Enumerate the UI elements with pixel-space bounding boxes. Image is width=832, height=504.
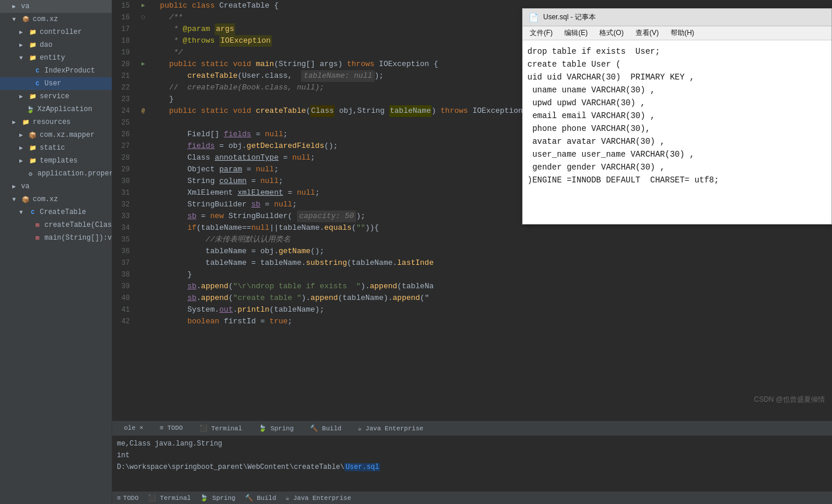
- gc-27: [138, 140, 149, 152]
- ln-24: 24: [112, 105, 133, 117]
- console-tab-todo[interactable]: ≡ TODO: [153, 423, 190, 434]
- sidebar-label-appprops: application.properties: [37, 170, 112, 178]
- np-line-4: uname uname VARCHAR(30) ,: [527, 84, 827, 96]
- console-tab-problems[interactable]: ole ×: [117, 423, 150, 434]
- console-tab-terminal[interactable]: ⬛ Terminal: [192, 423, 249, 434]
- arrow-icon: ▼: [9, 15, 19, 24]
- np-line-8: avatar avatar VARCHAR(30) ,: [527, 135, 827, 148]
- menu-edit[interactable]: 编辑(E): [562, 27, 590, 39]
- sidebar-item-dao[interactable]: ▶ 📁 dao: [0, 39, 112, 51]
- gc-20: ▶: [138, 58, 149, 70]
- gc-36: [138, 246, 149, 257]
- gc-24: @: [138, 105, 149, 117]
- code-line-37: tableName = tableName.substring(tableNam…: [151, 257, 832, 269]
- java-spring-icon: 🍃: [26, 105, 35, 114]
- sidebar-item-createtableclas[interactable]: m createTable(Clas: [0, 219, 112, 232]
- sidebar-item-va2[interactable]: ▶ va: [0, 180, 112, 193]
- arrow-icon: ▼: [16, 208, 26, 217]
- editor-area: 15 16 17 18 19 20 21 22 23 24 25 26 27 2…: [112, 0, 832, 421]
- main-area: ▶ va ▼ 📦 com.xz ▶ 📁 controller ▶ 📁 dao ▼…: [0, 0, 832, 504]
- ln-28: 28: [112, 152, 133, 164]
- ln-18: 18: [112, 35, 133, 47]
- code-line-40: sb.append("create table ").append(tableN…: [151, 292, 832, 304]
- ln-29: 29: [112, 164, 133, 175]
- spacer: [23, 233, 30, 243]
- arrow-icon: ▶: [16, 143, 26, 153]
- np-line-7: phone phone VARCHAR(30),: [527, 122, 827, 135]
- console-line-3: D:\workspace\springboot_parent\WebConten…: [117, 461, 827, 473]
- code-line-39: sb.append("\r\ndrop table if exists ").a…: [151, 281, 832, 292]
- folder-icon: 📁: [28, 27, 37, 37]
- sidebar-item-indexproduct[interactable]: C IndexProduct: [0, 64, 112, 77]
- sidebar-item-service[interactable]: ▶ 📁 service: [0, 90, 112, 103]
- sidebar-label-dao: dao: [40, 41, 53, 49]
- ln-31: 31: [112, 187, 133, 199]
- arrow-icon: ▼: [16, 53, 26, 63]
- props-icon: ⚙: [26, 169, 35, 178]
- arrow-icon: ▶: [16, 27, 26, 37]
- notepad-content[interactable]: drop table if exists User; create table …: [523, 40, 831, 224]
- status-javaee[interactable]: ☕ Java Enterprise: [285, 494, 351, 502]
- menu-help[interactable]: 帮助(H): [668, 27, 697, 39]
- sidebar-item-resources[interactable]: ▶ 📁 resources: [0, 116, 112, 129]
- sidebar-item-controller[interactable]: ▶ 📁 controller: [0, 26, 112, 39]
- package-icon: 📦: [21, 15, 30, 24]
- gc-26: [138, 129, 149, 140]
- sidebar-item-entity[interactable]: ▼ 📁 entity: [0, 51, 112, 64]
- np-line-9: user_name user_name VARCHAR(30) ,: [527, 148, 827, 161]
- console-content: me,Class java.lang.String int D:\workspa…: [112, 436, 832, 491]
- gc-32: [138, 199, 149, 210]
- sidebar-label-comxz: com.xz: [33, 15, 58, 23]
- ln-26: 26: [112, 129, 133, 140]
- status-label: ≡: [117, 495, 121, 502]
- sidebar-item-static[interactable]: ▶ 📁 static: [0, 141, 112, 154]
- status-item-5: ☕ Java Enterprise: [285, 494, 351, 502]
- ln-17: 17: [112, 23, 133, 35]
- folder-icon: 📁: [21, 118, 30, 127]
- sidebar-label-resources: resources: [33, 118, 71, 126]
- status-terminal[interactable]: ⬛ Terminal: [148, 494, 191, 502]
- np-line-6: email email VARCHAR(30) ,: [527, 109, 827, 122]
- gc-38: [138, 269, 149, 281]
- status-spring[interactable]: 🍃 Spring: [200, 494, 235, 502]
- sidebar-item-main[interactable]: m main(String[]):vo: [0, 232, 112, 244]
- status-item-3: 🍃 Spring: [200, 494, 235, 502]
- status-build[interactable]: 🔨 Build: [245, 494, 277, 502]
- ln-39: 39: [112, 281, 133, 292]
- np-line-1: drop table if exists User;: [527, 45, 827, 58]
- notepad-file-icon: 📄: [529, 13, 538, 22]
- sidebar-item-mapper[interactable]: ▶ 📦 com.xz.mapper: [0, 129, 112, 141]
- folder-icon: 📁: [28, 53, 37, 63]
- status-item-4: 🔨 Build: [245, 494, 277, 502]
- sidebar-item-createtable[interactable]: ▼ C CreateTable: [0, 206, 112, 219]
- console-tab-spring[interactable]: 🍃 Spring: [251, 423, 301, 434]
- menu-format[interactable]: 格式(O): [597, 27, 626, 39]
- sidebar-item-templates[interactable]: ▶ 📁 templates: [0, 154, 112, 167]
- spacer: [16, 169, 23, 178]
- console-tab-build[interactable]: 🔨 Build: [303, 423, 348, 434]
- sidebar-item-comxz2[interactable]: ▼ 📦 com.xz: [0, 193, 112, 206]
- ln-42: 42: [112, 316, 133, 327]
- spacer: [16, 105, 23, 114]
- ln-15: 15: [112, 0, 133, 12]
- sidebar-item-comxz[interactable]: ▼ 📦 com.xz: [0, 13, 112, 26]
- sidebar-item-xzapp[interactable]: 🍃 XzApplication: [0, 103, 112, 116]
- sidebar: ▶ va ▼ 📦 com.xz ▶ 📁 controller ▶ 📁 dao ▼…: [0, 0, 112, 504]
- notepad-menubar[interactable]: 文件(F) 编辑(E) 格式(O) 查看(V) 帮助(H): [523, 26, 831, 40]
- console-line-1: me,Class java.lang.String: [117, 438, 827, 450]
- menu-view[interactable]: 查看(V): [633, 27, 661, 39]
- menu-file[interactable]: 文件(F): [527, 27, 555, 39]
- gc-40: [138, 292, 149, 304]
- line-numbers: 15 16 17 18 19 20 21 22 23 24 25 26 27 2…: [112, 0, 138, 421]
- console-tab-javaee[interactable]: ☕ Java Enterprise: [351, 423, 430, 434]
- np-line-5: upwd upwd VARCHAR(30) ,: [527, 96, 827, 109]
- code-line-36: tableName = obj.getName();: [151, 246, 832, 257]
- sidebar-item-user[interactable]: C User: [0, 77, 112, 90]
- gc-41: [138, 304, 149, 316]
- sidebar-item-appprops[interactable]: ⚙ application.properties: [0, 167, 112, 180]
- gc-23: [138, 94, 149, 105]
- sidebar-item-va[interactable]: ▶ va: [0, 0, 112, 13]
- sidebar-label-static: static: [40, 144, 65, 152]
- status-todo[interactable]: TODO: [123, 495, 139, 502]
- arrow-icon: ▶: [9, 182, 19, 191]
